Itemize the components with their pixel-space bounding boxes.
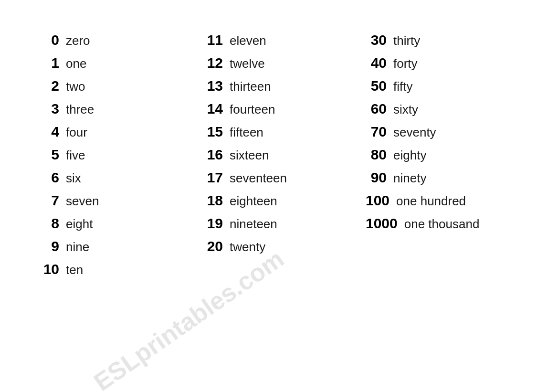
number-numeral: 8 [38,215,66,232]
number-word: eleven [230,33,266,48]
number-row: 16sixteen [202,143,366,166]
number-row: 1one [38,52,202,74]
number-row: 8eight [38,212,202,235]
column-3: 30thirty40forty50fifty60sixty70seventy80… [366,29,529,281]
number-word: thirteen [230,79,271,94]
number-word: seventy [393,125,436,140]
number-numeral: 7 [38,192,66,209]
number-row: 11eleven [202,29,366,52]
main-content: 0zero1one2two3three4four5five6six7seven8… [0,0,558,300]
number-numeral: 1000 [366,215,404,232]
number-numeral: 5 [38,147,66,163]
number-row: 2two [38,74,202,97]
column-2: 11eleven12twelve13thirteen14fourteen15fi… [202,29,366,281]
number-word: ninety [393,171,426,186]
number-word: fifteen [230,125,263,140]
number-row: 3three [38,97,202,120]
number-word: sixteen [230,148,269,163]
number-row: 17seventeen [202,166,366,189]
number-word: four [66,125,87,140]
number-row: 14fourteen [202,97,366,120]
number-numeral: 0 [38,32,66,48]
number-row: 40forty [366,52,529,74]
number-row: 7seven [38,189,202,212]
number-word: zero [66,33,90,48]
number-numeral: 9 [38,238,66,254]
number-word: fourteen [230,102,275,117]
number-numeral: 40 [366,55,393,71]
number-numeral: 14 [202,101,230,117]
number-word: one thousand [404,217,480,232]
number-numeral: 12 [202,55,230,71]
number-numeral: 4 [38,124,66,140]
number-numeral: 2 [38,78,66,94]
number-word: eighty [393,148,426,163]
number-word: fifty [393,79,412,94]
number-word: nineteen [230,217,277,232]
number-numeral: 18 [202,192,230,209]
number-numeral: 60 [366,101,393,117]
number-numeral: 17 [202,170,230,186]
number-word: eighteen [230,194,277,209]
number-word: seventeen [230,171,287,186]
number-numeral: 15 [202,124,230,140]
number-word: twelve [230,56,265,71]
number-numeral: 19 [202,215,230,232]
number-numeral: 50 [366,78,393,94]
number-row: 20twenty [202,235,366,258]
number-numeral: 100 [366,192,396,209]
number-word: eight [66,217,93,232]
number-row: 70seventy [366,120,529,143]
number-numeral: 3 [38,101,66,117]
number-row: 18eighteen [202,189,366,212]
column-1: 0zero1one2two3three4four5five6six7seven8… [38,29,202,281]
number-row: 12twelve [202,52,366,74]
number-row: 9nine [38,235,202,258]
number-row: 4four [38,120,202,143]
number-numeral: 16 [202,147,230,163]
number-word: thirty [393,33,420,48]
number-row: 90ninety [366,166,529,189]
number-numeral: 11 [202,32,230,48]
number-word: two [66,79,85,94]
number-word: forty [393,56,418,71]
number-word: six [66,171,81,186]
number-numeral: 30 [366,32,393,48]
number-row: 15fifteen [202,120,366,143]
number-word: nine [66,240,89,254]
number-numeral: 1 [38,55,66,71]
number-numeral: 13 [202,78,230,94]
number-word: three [66,102,94,117]
number-row: 0zero [38,29,202,52]
number-row: 6six [38,166,202,189]
number-numeral: 70 [366,124,393,140]
number-row: 19nineteen [202,212,366,235]
number-numeral: 6 [38,170,66,186]
number-row: 1000one thousand [366,212,529,235]
number-word: seven [66,194,99,209]
number-word: ten [66,263,83,277]
number-row: 5five [38,143,202,166]
number-numeral: 20 [202,238,230,254]
number-numeral: 90 [366,170,393,186]
number-row: 50fifty [366,74,529,97]
number-row: 30thirty [366,29,529,52]
number-row: 80eighty [366,143,529,166]
number-row: 13thirteen [202,74,366,97]
number-word: one [66,56,86,71]
number-row: 100one hundred [366,189,529,212]
number-numeral: 10 [38,261,66,277]
number-word: sixty [393,102,418,117]
number-word: five [66,148,85,163]
number-row: 60sixty [366,97,529,120]
number-row: 10ten [38,258,202,281]
number-numeral: 80 [366,147,393,163]
number-word: twenty [230,240,265,254]
number-word: one hundred [396,194,466,209]
